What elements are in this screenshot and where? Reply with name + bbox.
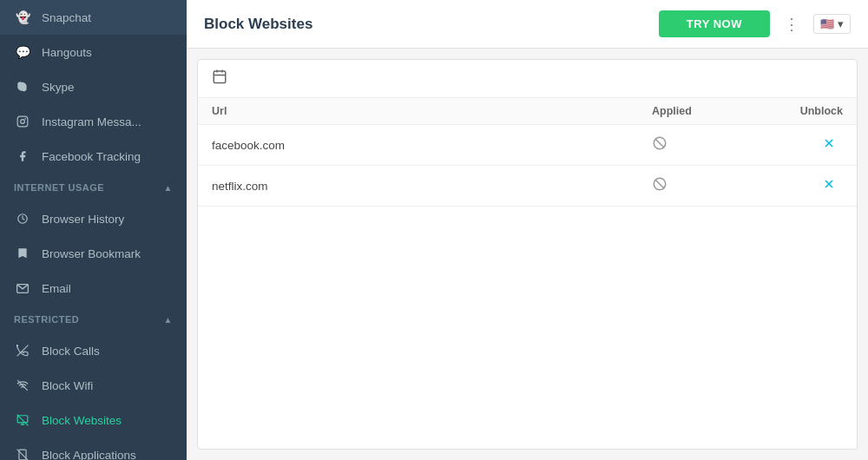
sidebar-item-instagram[interactable]: Instagram Messa... [0,104,187,139]
section-restricted[interactable]: RESTRICTED ▲ [0,306,187,333]
block-wifi-icon [14,377,31,394]
language-selector[interactable]: 🇺🇸 ▾ [813,14,851,34]
col-applied-header: Applied [652,105,756,117]
block-websites-icon [14,411,31,429]
applied-icon [652,135,756,154]
svg-rect-0 [17,116,28,127]
instagram-icon [14,113,31,130]
table-header: Url Applied Unblock [198,98,857,125]
sidebar-item-label: Skype [42,81,75,94]
clock-icon [14,210,31,227]
sidebar-item-label: Browser Bookmark [42,247,141,260]
content-toolbar [198,60,857,98]
header-right: TRY NOW ⋮ 🇺🇸 ▾ [659,10,851,37]
sidebar-item-label: Block Applications [42,449,136,461]
sidebar-item-label: Block Calls [42,345,100,358]
sidebar-item-email[interactable]: Email [0,271,187,306]
chevron-down-icon: ▾ [838,17,844,30]
unblock-button[interactable] [822,136,843,154]
svg-rect-13 [214,71,226,83]
block-apps-icon [14,446,31,460]
sidebar-item-hangouts[interactable]: 💬 Hangouts [0,35,187,69]
sidebar-item-facebook-tracking[interactable]: Facebook Tracking [0,139,187,174]
skype-icon [14,78,31,95]
hangouts-icon: 💬 [14,43,31,61]
bookmark-icon [14,245,31,262]
content-table: Url Applied Unblock facebook.com net [197,59,858,450]
url-cell: netflix.com [212,180,652,193]
svg-line-18 [655,139,665,148]
col-url-header: Url [212,105,652,117]
try-now-button[interactable]: TRY NOW [659,10,770,37]
svg-point-1 [21,120,25,124]
sidebar-item-label: Snapchat [42,11,91,24]
chevron-up-icon: ▲ [164,183,173,193]
section-internet-usage[interactable]: INTERNET USAGE ▲ [0,174,187,201]
table-row: netflix.com [198,166,857,207]
sidebar-item-snapchat[interactable]: 👻 Snapchat [0,0,187,35]
sidebar-item-label: Block Websites [42,414,122,427]
table-row: facebook.com [198,125,857,166]
snapchat-icon: 👻 [14,9,31,26]
facebook-icon [14,148,31,165]
sidebar-item-label: Email [42,282,71,295]
url-cell: facebook.com [212,139,652,152]
col-unblock-header: Unblock [756,105,843,117]
section-label: INTERNET USAGE [14,182,104,193]
sidebar-item-block-wifi[interactable]: Block Wifi [0,368,187,403]
sidebar-item-block-calls[interactable]: Block Calls [0,333,187,368]
sidebar-item-label: Hangouts [42,46,92,59]
sidebar: 👻 Snapchat 💬 Hangouts Skype Instagram Me… [0,0,187,460]
applied-icon [652,176,756,195]
sidebar-item-block-websites[interactable]: Block Websites [0,403,187,437]
sidebar-item-browser-history[interactable]: Browser History [0,201,187,236]
sidebar-item-label: Facebook Tracking [42,150,141,163]
block-calls-icon [14,342,31,359]
chevron-up-icon-2: ▲ [164,315,173,325]
svg-line-22 [655,180,665,189]
main-content: Block Websites TRY NOW ⋮ 🇺🇸 ▾ [187,0,868,460]
calendar-icon[interactable] [212,70,227,88]
page-title: Block Websites [204,16,312,33]
sidebar-item-label: Block Wifi [42,379,93,392]
more-options-icon[interactable]: ⋮ [780,15,803,34]
section-label: RESTRICTED [14,314,79,325]
sidebar-item-browser-bookmark[interactable]: Browser Bookmark [0,236,187,271]
sidebar-item-label: Browser History [42,213,124,226]
sidebar-item-label: Instagram Messa... [42,115,141,128]
main-header: Block Websites TRY NOW ⋮ 🇺🇸 ▾ [187,0,868,49]
email-icon [14,279,31,297]
svg-point-2 [24,118,26,120]
sidebar-item-skype[interactable]: Skype [0,69,187,104]
unblock-button[interactable] [822,177,843,194]
flag-icon: 🇺🇸 [820,17,834,30]
sidebar-item-block-applications[interactable]: Block Applications [0,437,187,460]
